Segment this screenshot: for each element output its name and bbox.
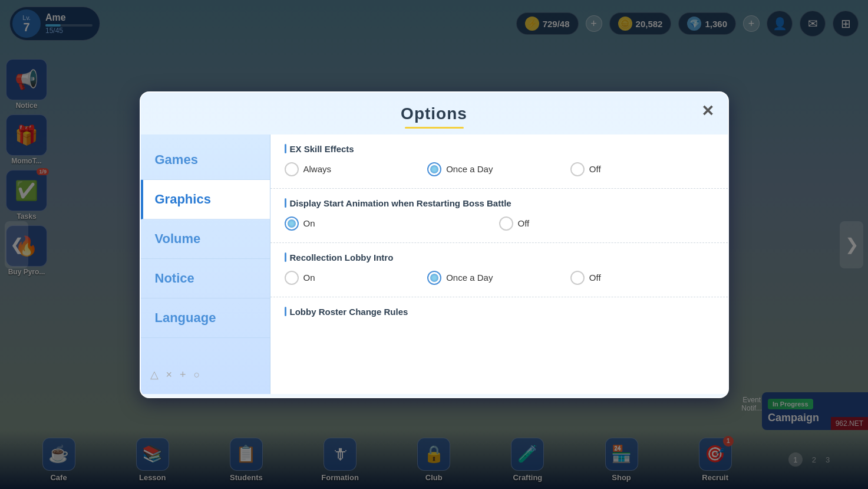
ex-skill-radio-group: Always Once a Day Off: [285, 162, 714, 176]
sidebar-symbols: △ × + ○: [141, 361, 270, 388]
section-recollection: Recollection Lobby Intro On Once a Day: [270, 243, 728, 297]
radio-once-a-day-2[interactable]: Once a Day: [427, 271, 570, 285]
radio-always[interactable]: Always: [285, 162, 428, 176]
section-ex-skill-title: EX Skill Effects: [285, 144, 714, 154]
section-recollection-title: Recollection Lobby Intro: [285, 252, 714, 262]
modal-overlay: Options ✕ Games Graphics Volume Notice L…: [0, 0, 868, 489]
options-modal: Options ✕ Games Graphics Volume Notice L…: [140, 91, 729, 398]
sidebar-tab-games[interactable]: Games: [141, 140, 270, 180]
radio-off-3-circle: [570, 271, 585, 285]
sidebar-tab-language[interactable]: Language: [141, 298, 270, 338]
radio-off-2[interactable]: Off: [499, 216, 714, 231]
radio-off-1[interactable]: Off: [570, 162, 714, 176]
section-ex-skill: EX Skill Effects Always Once a Day Of: [270, 134, 728, 189]
options-content: EX Skill Effects Always Once a Day Of: [270, 134, 728, 394]
radio-once-a-day-1-circle: [427, 162, 441, 176]
radio-once-a-day-1[interactable]: Once a Day: [427, 162, 570, 176]
modal-close-button[interactable]: ✕: [697, 101, 718, 122]
sidebar-tab-graphics[interactable]: Graphics: [141, 180, 270, 219]
radio-off-1-circle: [570, 162, 585, 176]
radio-on-2[interactable]: On: [285, 271, 428, 285]
modal-title-underline: [405, 127, 464, 129]
modal-header: Options ✕: [141, 93, 728, 134]
radio-on-1[interactable]: On: [285, 216, 499, 231]
radio-once-a-day-2-circle: [427, 271, 441, 285]
section-boss-title: Display Start Animation when Restarting …: [285, 198, 714, 208]
section-lobby-roster: Lobby Roster Change Rules: [270, 297, 728, 337]
recollection-radio-group: On Once a Day Off: [285, 271, 714, 285]
modal-body: Games Graphics Volume Notice Language △ …: [141, 134, 728, 394]
modal-title: Options: [141, 104, 728, 123]
radio-on-1-circle: [285, 216, 299, 231]
section-boss-battle: Display Start Animation when Restarting …: [270, 189, 728, 243]
radio-off-3[interactable]: Off: [570, 271, 714, 285]
options-sidebar: Games Graphics Volume Notice Language △ …: [141, 134, 270, 394]
boss-battle-radio-group: On Off: [285, 216, 714, 231]
radio-off-2-circle: [499, 216, 513, 231]
radio-always-circle: [285, 162, 299, 176]
section-lobby-title: Lobby Roster Change Rules: [285, 307, 714, 317]
sidebar-tab-notice[interactable]: Notice: [141, 259, 270, 298]
sidebar-tab-volume[interactable]: Volume: [141, 219, 270, 259]
radio-on-2-circle: [285, 271, 299, 285]
